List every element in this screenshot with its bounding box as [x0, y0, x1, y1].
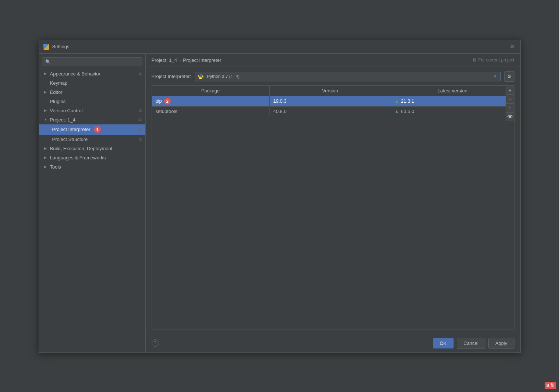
breadcrumb-current: Project Interpreter [183, 57, 221, 63]
eye-button[interactable]: 👁 [506, 112, 514, 121]
copy-icon: ⧉ [139, 108, 142, 113]
remove-button[interactable]: − [506, 95, 514, 103]
td-latest: ▲ 21.3.1 [391, 96, 514, 106]
sidebar-item-project-structure[interactable]: Project Structure ⧉ [39, 135, 145, 144]
col-package: Package [152, 86, 270, 96]
dialog-body: 🔍 ▶ Appearance & Behavior ⧉ Keymap ▶ Edi… [39, 54, 520, 352]
interpreter-row: Project Interpreter: Python 3.7 (1_4) ▼ … [152, 71, 514, 82]
title-bar: Settings ✕ [39, 40, 520, 54]
main-content: Project: 1_4 › Project Interpreter 🖥 For… [146, 54, 520, 352]
arrow-icon: ▶ [44, 109, 48, 112]
search-icon: 🔍 [45, 59, 51, 64]
col-version: Version [270, 86, 391, 96]
cancel-button[interactable]: Cancel [457, 338, 485, 349]
col-latest: Latest version [391, 86, 514, 96]
interpreter-name: Python 3.7 (1_4) [207, 74, 490, 79]
table-row[interactable]: setuptools 40.8.0 ▲ 60.5.0 [152, 107, 514, 116]
gear-icon: ⚙ [507, 74, 512, 79]
for-current-text: For current project [478, 57, 514, 63]
watermark: S 英 [545, 382, 556, 389]
sidebar-item-plugins[interactable]: Plugins [39, 97, 145, 106]
arrow-icon: ▶ [44, 165, 48, 169]
for-current-label: 🖥 For current project [472, 57, 514, 63]
sidebar-item-project-interpreter[interactable]: Project Interpreter 1 ⧉ [39, 124, 145, 135]
arrow-icon: ▶ [44, 72, 48, 75]
interpreter-select[interactable]: Python 3.7 (1_4) ▼ [195, 72, 500, 81]
ok-button[interactable]: OK [433, 338, 454, 349]
dialog-title: Settings [52, 44, 70, 49]
gear-button[interactable]: ⚙ [504, 71, 514, 82]
sidebar-item-keymap[interactable]: Keymap [39, 78, 145, 88]
sidebar-item-project[interactable]: ▼ Project: 1_4 ⧉ [39, 115, 145, 124]
table-row[interactable]: pip 2 19.0.3 ▲ 21.3.1 [152, 96, 514, 107]
sidebar-item-label: Appearance & Behavior [50, 71, 100, 77]
sidebar-item-label: Editor [50, 89, 63, 95]
table-body: pip 2 19.0.3 ▲ 21.3.1 [152, 96, 514, 329]
sidebar-item-label: Project Interpreter [52, 127, 91, 132]
settings-dialog: Settings ✕ 🔍 ▶ Appearance & Behavior ⧉ K… [39, 40, 521, 353]
dialog-footer: ? OK Cancel Apply [146, 334, 520, 352]
copy-icon: ⧉ [139, 137, 142, 142]
sidebar-item-label: Project: 1_4 [50, 117, 75, 123]
table-actions: + − ↑ 👁 [506, 86, 514, 121]
sidebar-item-build[interactable]: ▶ Build, Execution, Deployment [39, 144, 145, 153]
td-version: 19.0.3 [270, 96, 391, 106]
title-bar-left: Settings [43, 44, 70, 50]
dropdown-arrow-icon: ▼ [493, 74, 497, 78]
latest-value: 60.5.0 [401, 109, 414, 114]
package-name: pip [156, 98, 162, 104]
help-button[interactable]: ? [152, 339, 159, 347]
sidebar-item-label: Tools [50, 164, 61, 170]
update-icon: ▲ [395, 109, 399, 113]
sidebar-item-label: Languages & Frameworks [50, 155, 106, 160]
breadcrumb-project: Project: 1_4 [152, 57, 177, 63]
sidebar-item-version-control[interactable]: ▶ Version Control ⧉ [39, 106, 145, 115]
package-name: setuptools [156, 109, 177, 114]
td-package: pip 2 [152, 96, 270, 106]
monitor-icon: 🖥 [472, 57, 477, 63]
td-version: 40.8.0 [270, 107, 391, 116]
td-latest: ▲ 60.5.0 [391, 107, 514, 116]
arrow-icon: ▶ [44, 146, 48, 150]
sidebar-item-label: Build, Execution, Deployment [50, 146, 113, 151]
arrow-icon: ▼ [44, 118, 48, 121]
copy-icon: ⧉ [139, 71, 142, 76]
copy-icon: ⧉ [139, 117, 142, 122]
close-button[interactable]: ✕ [508, 43, 516, 50]
sidebar-item-tools[interactable]: ▶ Tools [39, 162, 145, 172]
latest-value: 21.3.1 [401, 98, 414, 104]
add-button[interactable]: + [506, 86, 514, 95]
sidebar-item-label: Project Structure [52, 137, 88, 142]
python-icon [198, 74, 204, 80]
package-table: Package Version Latest version pip 2 [152, 85, 514, 329]
content-area: Project Interpreter: Python 3.7 (1_4) ▼ … [146, 67, 520, 334]
sidebar: 🔍 ▶ Appearance & Behavior ⧉ Keymap ▶ Edi… [39, 54, 146, 352]
sidebar-item-languages[interactable]: ▶ Languages & Frameworks [39, 153, 145, 162]
sidebar-item-editor[interactable]: ▶ Editor [39, 88, 145, 97]
annotation-badge-2: 2 [164, 98, 171, 105]
version-value: 19.0.3 [273, 98, 287, 104]
version-value: 40.8.0 [273, 109, 287, 114]
interpreter-label: Project Interpreter: [152, 74, 191, 79]
td-package: setuptools [152, 107, 270, 116]
update-icon: ▲ [395, 99, 399, 103]
apply-button[interactable]: Apply [488, 338, 514, 349]
scroll-up-button[interactable]: ↑ [506, 103, 514, 112]
arrow-icon: ▶ [44, 156, 48, 159]
breadcrumb-separator: › [179, 57, 181, 63]
search-box[interactable]: 🔍 [42, 57, 142, 66]
sidebar-item-appearance[interactable]: ▶ Appearance & Behavior ⧉ [39, 69, 145, 78]
search-input[interactable] [53, 59, 139, 64]
sidebar-item-label: Keymap [50, 80, 68, 86]
sidebar-item-label: Plugins [50, 99, 66, 104]
breadcrumb: Project: 1_4 › Project Interpreter 🖥 For… [146, 54, 520, 67]
annotation-badge-1: 1 [94, 126, 101, 133]
arrow-icon: ▶ [44, 90, 48, 94]
table-header: Package Version Latest version [152, 86, 514, 96]
app-icon [43, 44, 49, 50]
sidebar-item-label: Version Control [50, 108, 83, 113]
copy-icon: ⧉ [139, 127, 142, 132]
